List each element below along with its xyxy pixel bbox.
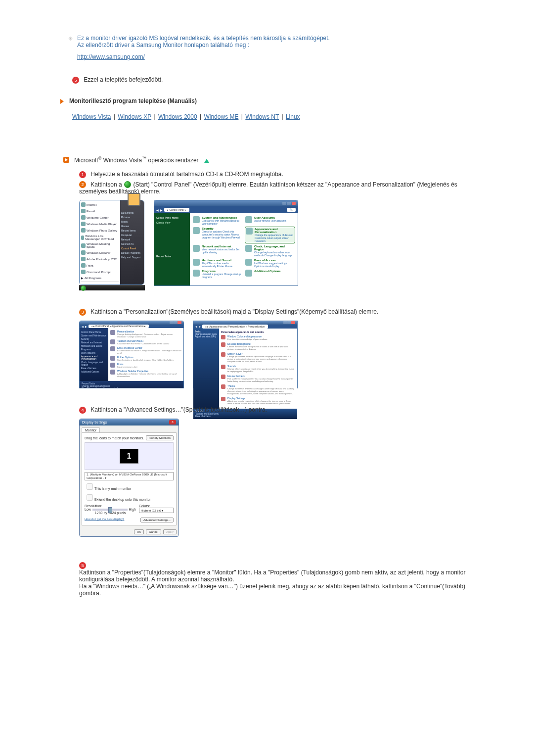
section-arrow-icon <box>59 98 65 104</box>
section-title-text: Monitorillesztő program telepítése (Manu… <box>69 97 197 104</box>
display-icon <box>221 397 225 401</box>
close-icon[interactable]: × <box>169 420 176 425</box>
sm-email: E-mail <box>81 208 119 214</box>
samsung-link[interactable]: http://www.samsung.com/ <box>77 53 145 60</box>
extend-desktop-checkbox <box>87 494 93 501</box>
help-link[interactable]: How do I get the best display? <box>85 518 124 522</box>
sm-meeting: Windows Meeting Space <box>81 242 119 249</box>
system-icon <box>193 216 200 223</box>
sm-r-controlpanel: Control Panel <box>121 247 143 250</box>
advanced-settings-button[interactable]: Advanced Settings... <box>140 518 174 522</box>
vista-step-5: 5 Kattintson a "Properties"(Tulajdonságo… <box>79 555 475 597</box>
start-search <box>81 281 119 283</box>
sm-r-help: Help and Support <box>121 256 143 259</box>
section-manual-install-title: Monitorillesztő program telepítése (Manu… <box>59 97 475 104</box>
sm-r-default: Default Programs <box>121 251 143 254</box>
cancel-button[interactable]: Cancel <box>146 529 161 534</box>
subhead-bullet-icon <box>63 157 69 163</box>
vista-step1-text: Helyezze a használati útmutatót tartalma… <box>90 171 283 178</box>
note-asterisk-icon: ✳ <box>68 36 73 42</box>
badge-1-icon: 1 <box>79 171 86 178</box>
low-label: Low <box>85 508 91 511</box>
up-triangle-icon[interactable] <box>204 159 209 163</box>
control-panel-screenshot: ◀ ▶ ▸ Control Panel ▸ 🔍 Control Panel Ho… <box>154 200 298 286</box>
mouse-icon <box>221 375 225 379</box>
theme-icon <box>221 384 225 389</box>
trademark-icon: ™ <box>142 156 146 161</box>
high-label: High <box>129 508 136 511</box>
desktop-bg-icon <box>221 342 225 347</box>
start-orb-icon <box>124 181 131 188</box>
sm-messenger: Windows Live Messenger Download <box>81 234 119 241</box>
taskbar <box>79 285 145 290</box>
screensaver-icon <box>221 352 225 357</box>
appearance-personalization-screenshot: ◀▶« ▸ Control Panel ▸ Appearance and Per… <box>79 321 184 388</box>
resolution-slider[interactable] <box>92 509 128 511</box>
note-block: ✳ Ez a monitor driver igazoló MS logóval… <box>77 35 475 60</box>
breadcrumb: « ▸ Appearance and Personalization ▸ Per… <box>202 325 268 329</box>
sm-r-games: Games <box>121 225 143 228</box>
main-monitor-checkbox <box>87 483 93 490</box>
breadcrumb: ▸ Control Panel ▸ <box>164 208 189 212</box>
sm-r-recent: Recent Items <box>121 229 143 232</box>
sm-r-pics: Pictures <box>121 216 143 219</box>
security-icon <box>193 227 200 234</box>
link-vista[interactable]: Windows Vista <box>72 113 111 120</box>
sm-welcome: Welcome Center <box>81 215 119 220</box>
additional-icon <box>245 270 252 277</box>
vista-step-1: 1 Helyezze a használati útmutatót tartal… <box>79 171 475 178</box>
badge-2-icon: 2 <box>79 181 86 188</box>
tab-monitor[interactable]: Monitor <box>82 427 100 432</box>
vista-heading-mid: Windows Vista <box>103 157 142 164</box>
monitor-preview[interactable]: 1 <box>120 449 138 464</box>
link-2000[interactable]: Windows 2000 <box>158 113 197 120</box>
link-me[interactable]: Windows ME <box>204 113 238 120</box>
chk2-label: Extend the desktop onto this monitor <box>94 498 151 501</box>
sm-allprograms: ▶All Programs <box>81 276 119 280</box>
sm-r-network: Network <box>121 238 143 241</box>
sm-internet: Internet <box>81 202 119 207</box>
dialog-title: Display Settings <box>82 421 107 424</box>
colors-select[interactable]: Highest (32 bit) ▾ <box>139 508 174 513</box>
start-menu-screenshot: Internet E-mail Welcome Center Windows M… <box>79 200 145 290</box>
vista-step3-text: Kattintson a "Personalization"(Személyes… <box>90 308 378 315</box>
window-buttons-icon <box>282 202 296 205</box>
sm-r-docs: Documents <box>121 211 143 214</box>
sidebar-icon <box>110 370 115 375</box>
chk1-label: This is my main monitor <box>94 487 131 490</box>
vista-step2a-text: Kattintson a <box>90 181 124 188</box>
colors-label: Colors: <box>139 504 174 508</box>
monitor-select[interactable]: 1. (Multiple Monitors) on NVIDIA GeForce… <box>85 472 174 480</box>
step5-text: Ezzel a telepítés befejeződött. <box>84 76 163 83</box>
avatar-icon <box>128 193 140 206</box>
vista-heading-pre: Microsoft <box>74 157 98 164</box>
breadcrumb: « ▸ Control Panel ▸ Appearance and Perso… <box>89 325 149 328</box>
vista-subheading: Microsoft® Windows Vista™ operációs rend… <box>63 156 475 164</box>
apply-button: Apply <box>163 529 177 534</box>
link-linux[interactable]: Linux <box>286 113 300 120</box>
sm-r-computer: Computer <box>121 234 143 236</box>
cp-classic-view: Classic View <box>156 221 188 224</box>
badge-3-icon: 3 <box>79 309 86 316</box>
link-xp[interactable]: Windows XP <box>118 113 151 120</box>
personalization-screenshot: ◀▶« ▸ Appearance and Personalization ▸ P… <box>193 321 298 388</box>
cp-recent: Recent Tasks <box>156 255 188 258</box>
start-orb-icon <box>81 285 86 291</box>
ok-button[interactable]: OK <box>134 529 144 534</box>
nav-back-icon: ◀ <box>156 208 159 212</box>
badge-5b-icon: 5 <box>79 562 86 569</box>
nav-fwd-icon: ▶ <box>160 208 163 212</box>
sm-paint: Paint <box>81 263 119 268</box>
os-links: Windows Vista | Windows XP | Windows 200… <box>72 113 475 120</box>
taskbar-icon <box>110 339 115 344</box>
cp-categories: System and MaintenanceGet started with W… <box>190 213 298 285</box>
window-color-icon <box>221 335 225 339</box>
folder-icon <box>110 356 115 361</box>
identify-monitors-button[interactable]: Identify Monitors <box>146 435 174 440</box>
link-nt[interactable]: Windows NT <box>245 113 279 120</box>
sm-gallery: Windows Photo Gallery <box>81 228 119 233</box>
search-box: 🔍 <box>287 208 296 212</box>
vista-step5-text: Kattintson a "Properties"(Tulajdonságok)… <box>79 569 466 597</box>
registered-icon: ® <box>98 156 102 161</box>
clock-icon <box>245 245 252 252</box>
